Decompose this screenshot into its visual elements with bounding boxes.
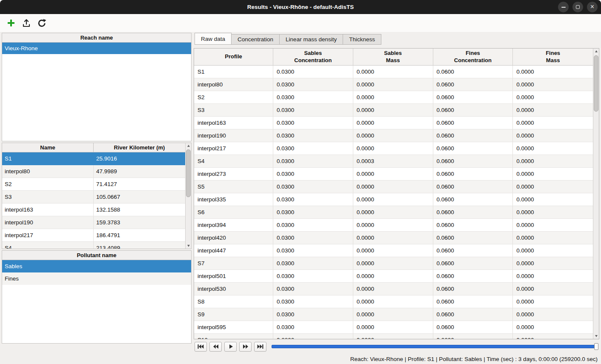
profile-name-cell: interpol217 — [2, 229, 94, 242]
result-row-interpol501[interactable]: interpol5010.03000.00000.06000.0000 — [194, 270, 593, 283]
column-header[interactable]: SablesConcentration — [273, 49, 353, 65]
value-cell: 0.0300 — [273, 104, 353, 117]
add-button[interactable] — [4, 16, 18, 30]
plus-icon — [6, 18, 16, 28]
tab-linear-mass-density[interactable]: Linear mass density — [279, 34, 343, 45]
column-header[interactable]: FinesConcentration — [433, 49, 513, 65]
column-header[interactable]: FinesMass — [513, 49, 593, 65]
scrollbar-thumb[interactable] — [186, 149, 191, 197]
value-cell: 0.0000 — [353, 104, 433, 117]
result-row-S6[interactable]: S60.03000.00000.06000.0000 — [194, 206, 593, 219]
result-row-S5[interactable]: S50.03000.00000.06000.0000 — [194, 181, 593, 193]
export-button[interactable] — [20, 16, 33, 30]
close-icon: × — [590, 3, 594, 10]
result-row-interpol394[interactable]: interpol3940.03000.00000.06000.0000 — [194, 219, 593, 232]
scrollbar-thumb[interactable] — [594, 55, 598, 112]
profile-row-interpol190[interactable]: interpol190159.3783 — [2, 216, 185, 229]
profile-table-body: S125.9016interpol8047.9989S271.4127S3105… — [2, 152, 185, 249]
value-cell: 0.0000 — [353, 321, 433, 334]
value-cell: 0.0000 — [353, 270, 433, 283]
time-slider-track[interactable] — [272, 345, 598, 348]
result-row-interpol420[interactable]: interpol4200.03000.00000.06000.0000 — [194, 232, 593, 244]
value-cell: 0.0000 — [353, 295, 433, 308]
titlebar[interactable]: Results - Vieux-Rhône - default-AdisTS × — [0, 0, 601, 14]
value-cell: 0.0600 — [433, 104, 513, 117]
result-row-interpol335[interactable]: interpol3350.03000.00000.06000.0000 — [194, 193, 593, 206]
result-row-interpol163[interactable]: interpol1630.03000.00000.06000.0000 — [194, 117, 593, 129]
profile-row-S3[interactable]: S3105.0667 — [2, 191, 185, 203]
result-row-interpol80[interactable]: interpol800.03000.00000.06000.0000 — [194, 78, 593, 91]
value-cell: 0.0600 — [433, 244, 513, 257]
scroll-up-icon[interactable] — [593, 49, 599, 54]
profile-name-cell: S3 — [2, 191, 94, 203]
time-slider[interactable] — [272, 343, 598, 350]
scroll-up-icon[interactable] — [186, 143, 191, 149]
toolbar — [0, 14, 601, 32]
value-cell: 0.0600 — [433, 168, 513, 181]
value-cell: 0.0300 — [273, 117, 353, 129]
maximize-button[interactable] — [572, 2, 583, 12]
profile-row-interpol163[interactable]: interpol163132.1588 — [2, 203, 185, 216]
maximize-icon — [576, 5, 580, 9]
scroll-down-icon[interactable] — [593, 333, 599, 339]
results-table-scrollbar[interactable] — [593, 49, 599, 339]
column-header[interactable]: Name — [2, 143, 94, 152]
result-row-interpol190[interactable]: interpol1900.03000.00000.06000.0000 — [194, 129, 593, 142]
profile-name-cell: interpol80 — [2, 165, 94, 178]
profile-row-interpol80[interactable]: interpol8047.9989 — [2, 165, 185, 178]
value-cell: 0.0000 — [513, 104, 593, 117]
seek-forward-button[interactable] — [239, 342, 252, 352]
result-row-S9[interactable]: S90.03000.00000.06000.0000 — [194, 308, 593, 321]
result-row-interpol273[interactable]: interpol2730.03000.00000.06000.0000 — [194, 168, 593, 181]
minimize-button[interactable] — [558, 2, 569, 12]
value-cell: 0.0000 — [513, 193, 593, 206]
profile-name-cell: S4 — [2, 242, 94, 249]
tab-raw-data[interactable]: Raw data — [195, 33, 232, 45]
profile-row-interpol217[interactable]: interpol217186.4791 — [2, 229, 185, 242]
result-row-S8[interactable]: S80.03000.00000.06000.0000 — [194, 295, 593, 308]
seek-back-button[interactable] — [209, 342, 222, 352]
value-cell: 0.0000 — [513, 308, 593, 321]
tab-bar: Raw dataConcentrationLinear mass density… — [194, 33, 599, 45]
column-header[interactable]: SablesMass — [353, 49, 433, 65]
value-cell: 0.0300 — [273, 321, 353, 334]
result-row-S1[interactable]: S10.03000.00000.06000.0000 — [194, 66, 593, 78]
result-row-S10[interactable]: S100.03000.00000.06000.0000 — [194, 334, 593, 339]
result-row-interpol595[interactable]: interpol5950.03000.00000.06000.0000 — [194, 321, 593, 334]
scroll-down-icon[interactable] — [186, 243, 191, 249]
close-button[interactable]: × — [587, 2, 598, 12]
result-row-S7[interactable]: S70.03000.00000.06000.0000 — [194, 257, 593, 270]
value-cell: 0.0300 — [273, 91, 353, 104]
profile-row-S4[interactable]: S4213.4089 — [2, 242, 185, 249]
result-row-S2[interactable]: S20.03000.00000.06000.0000 — [194, 91, 593, 104]
column-header[interactable]: River Kilometer (m) — [94, 143, 185, 152]
column-header[interactable]: Profile — [194, 49, 273, 65]
result-row-interpol447[interactable]: interpol4470.03000.00000.06000.0000 — [194, 244, 593, 257]
value-cell: 0.0000 — [513, 155, 593, 168]
pollutant-item-fines[interactable]: Fines — [2, 272, 191, 285]
profile-table: NameRiver Kilometer (m) S125.9016interpo… — [2, 143, 185, 249]
profile-table-scrollbar[interactable] — [185, 143, 191, 249]
refresh-button[interactable] — [35, 16, 49, 30]
result-row-interpol530[interactable]: interpol5300.03000.00000.06000.0000 — [194, 283, 593, 295]
skip-start-button[interactable] — [195, 342, 207, 352]
play-button[interactable] — [224, 342, 237, 352]
reach-item-vieux-rhone[interactable]: Vieux-Rhone — [2, 43, 191, 54]
tab-concentration[interactable]: Concentration — [232, 34, 279, 45]
pollutant-item-sables[interactable]: Sables — [2, 260, 191, 272]
tab-thickness[interactable]: Thickness — [343, 34, 381, 45]
profile-row-S1[interactable]: S125.9016 — [2, 152, 185, 165]
result-row-S4[interactable]: S40.03000.00030.06000.0000 — [194, 155, 593, 168]
profile-km-cell: 105.0667 — [94, 191, 185, 203]
profile-km-cell: 213.4089 — [94, 242, 185, 249]
results-table-body: S10.03000.00000.06000.0000interpol800.03… — [194, 66, 593, 339]
skip-end-button[interactable] — [254, 342, 266, 352]
value-cell: 0.0000 — [353, 78, 433, 91]
time-slider-handle[interactable] — [594, 343, 598, 350]
result-row-interpol217[interactable]: interpol2170.03000.00000.06000.0000 — [194, 142, 593, 155]
value-cell: 0.0000 — [353, 129, 433, 142]
profile-row-S2[interactable]: S271.4127 — [2, 178, 185, 191]
value-cell: 0.0300 — [273, 244, 353, 257]
reach-list: Vieux-Rhone — [2, 43, 191, 54]
result-row-S3[interactable]: S30.03000.00000.06000.0000 — [194, 104, 593, 117]
